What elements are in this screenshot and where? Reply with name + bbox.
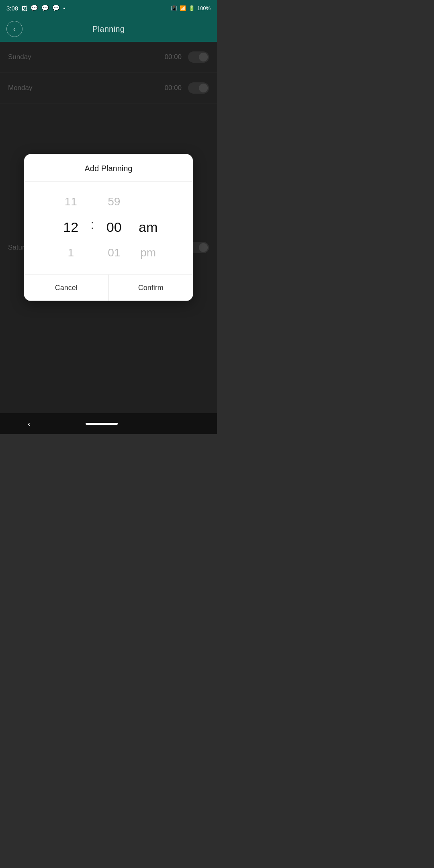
dialog-title: Add Planning	[24, 154, 193, 182]
confirm-button[interactable]: Confirm	[109, 275, 193, 301]
battery-percent: 100%	[197, 5, 211, 11]
status-indicators: 📳 📶 🔋 100%	[171, 5, 211, 11]
period-spacer	[132, 190, 164, 214]
period-current[interactable]: am	[132, 214, 164, 241]
hours-next[interactable]: 1	[53, 241, 89, 265]
minutes-current[interactable]: 00	[96, 214, 132, 241]
background-content: Sunday 00:00 Monday 00:00 Saturday 00:00…	[0, 42, 217, 413]
dot-icon: •	[63, 5, 65, 12]
signal-icon: 📶	[180, 5, 186, 11]
hours-prev[interactable]: 11	[53, 190, 89, 214]
chat-icon-2: 💬	[41, 4, 49, 12]
add-planning-dialog: Add Planning 11 12 1 : 59 00 01 am pm	[24, 154, 193, 301]
minutes-column[interactable]: 59 00 01	[96, 190, 132, 265]
hours-current[interactable]: 12	[53, 214, 89, 241]
time-display: 3:08	[6, 5, 18, 12]
status-time: 3:08 🖼 💬 💬 💬 •	[6, 4, 65, 12]
status-bar: 3:08 🖼 💬 💬 💬 • 📳 📶 🔋 100%	[0, 0, 217, 16]
chat-icon-3: 💬	[52, 4, 60, 12]
bottom-navigation: ‹	[0, 413, 217, 434]
minutes-next[interactable]: 01	[96, 241, 132, 265]
photo-icon: 🖼	[21, 5, 27, 12]
minutes-prev[interactable]: 59	[96, 190, 132, 214]
cancel-button[interactable]: Cancel	[24, 275, 109, 301]
dialog-buttons: Cancel Confirm	[24, 275, 193, 301]
period-column[interactable]: am pm	[132, 190, 164, 265]
chat-icon-1: 💬	[31, 4, 38, 12]
hours-column[interactable]: 11 12 1	[53, 190, 89, 265]
nav-home-pill[interactable]	[86, 423, 118, 425]
period-next[interactable]: pm	[132, 241, 164, 265]
battery-icon: 🔋	[188, 5, 195, 11]
app-header: ‹ Planning	[0, 16, 217, 42]
vibrate-icon: 📳	[171, 5, 177, 11]
back-button[interactable]: ‹	[6, 21, 23, 37]
page-title: Planning	[92, 25, 125, 34]
time-picker[interactable]: 11 12 1 : 59 00 01 am pm	[24, 182, 193, 275]
time-separator: :	[89, 217, 96, 232]
nav-back-button[interactable]: ‹	[28, 419, 31, 428]
